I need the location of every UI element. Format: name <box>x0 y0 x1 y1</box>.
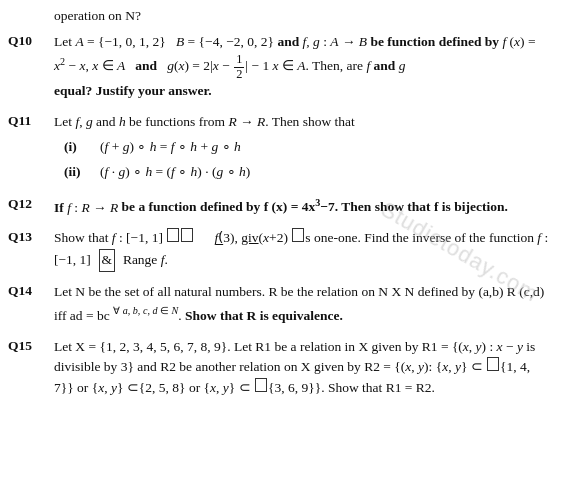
question-content-q15: Let X = {1, 2, 3, 4, 5, 6, 7, 8, 9}. Let… <box>54 337 550 400</box>
subitem-ii: (ii) (f · g) ∘ h = (f ∘ h) · (g ∘ h) <box>64 162 550 183</box>
question-block-q15: Q15 Let X = {1, 2, 3, 4, 5, 6, 7, 8, 9}.… <box>8 337 550 400</box>
question-content-q12: If f : R → R be a function defined by f … <box>54 195 550 218</box>
question-content-q14: Let N be the set of all natural numbers.… <box>54 282 550 326</box>
subcontent-i: (f + g) ∘ h = f ∘ h + g ∘ h <box>100 137 550 158</box>
question-content-q10: Let A = {−1, 0, 1, 2} B = {−4, −2, 0, 2}… <box>54 32 550 102</box>
question-number-q13: Q13 <box>8 228 54 245</box>
question-number-q14: Q14 <box>8 282 54 299</box>
sublabel-ii: (ii) <box>64 162 100 183</box>
question-content-q13: Show that f : [−1, 1] f(̲3), giv(x+2) s … <box>54 228 550 272</box>
subitem-i: (i) (f + g) ∘ h = f ∘ h + g ∘ h <box>64 137 550 158</box>
sublabel-i: (i) <box>64 137 100 158</box>
subcontent-ii: (f · g) ∘ h = (f ∘ h) · (g ∘ h) <box>100 162 550 183</box>
question-block-q11: Q11 Let f, g and h be functions from R →… <box>8 112 550 185</box>
question-block-q10: Q10 Let A = {−1, 0, 1, 2} B = {−4, −2, 0… <box>8 32 550 102</box>
question-number-q10: Q10 <box>8 32 54 49</box>
question-number-q12: Q12 <box>8 195 54 212</box>
preamble-line: operation on N? <box>54 8 550 24</box>
question-number-q15: Q15 <box>8 337 54 354</box>
question-block-q14: Q14 Let N be the set of all natural numb… <box>8 282 550 326</box>
question-block-q13: Q13 Show that f : [−1, 1] f(̲3), giv(x+2… <box>8 228 550 272</box>
question-content-q11: Let f, g and h be functions from R → R. … <box>54 112 550 185</box>
question-block-q12: Q12 If f : R → R be a function defined b… <box>8 195 550 218</box>
question-number-q11: Q11 <box>8 112 54 129</box>
